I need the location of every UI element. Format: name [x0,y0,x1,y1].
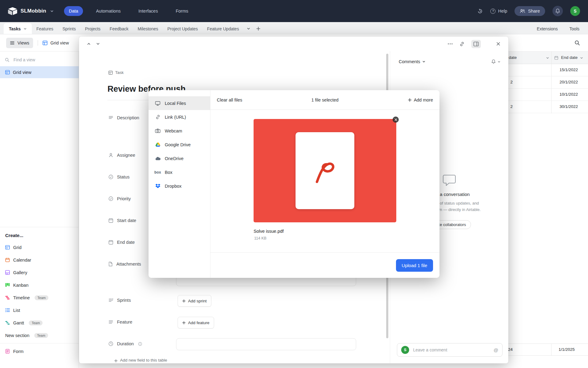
tab-feedback[interactable]: Feedback [105,23,133,34]
more-tables-chevron[interactable] [243,23,253,34]
field-status[interactable]: Status [108,174,130,179]
box-icon: box [155,170,161,174]
create-gantt[interactable]: Gantt Team [5,316,74,329]
create-new-section[interactable]: New section Team [5,329,74,342]
tab-feature-updates[interactable]: Feature Updates [202,23,243,34]
create-item-label: Gallery [13,270,27,275]
chevron-down-icon[interactable] [580,56,583,59]
comments-filter-dropdown[interactable]: Comments [399,59,425,64]
tab-tasks[interactable]: Tasks [4,23,32,34]
source-label: Box [165,170,172,175]
comment-input-box[interactable]: S @ [397,343,503,357]
extensions-link[interactable]: Extensions [537,26,558,31]
nav-automations[interactable]: Automations [91,6,126,16]
add-feature-button[interactable]: Add feature [178,317,214,328]
sidebar-item-grid-view[interactable]: Grid view [0,66,79,78]
person-icon [108,153,113,158]
tab-milestones[interactable]: Milestones [133,23,163,34]
tab-projects[interactable]: Projects [81,23,105,34]
notifications-button[interactable] [552,6,563,16]
remove-file-button[interactable] [393,117,399,123]
tab-project-updates[interactable]: Project Updates [163,23,202,34]
field-start-date[interactable]: Start date [108,218,136,223]
field-feature[interactable]: Feature [108,320,132,324]
create-form[interactable]: Form [5,345,74,358]
clear-all-files-button[interactable]: Clear all files [217,98,242,102]
views-toggle-button[interactable]: Views [6,38,33,48]
add-field-button[interactable]: Add new field to this table [114,358,167,363]
current-view-button[interactable]: Grid view [43,40,69,45]
column-header-date[interactable]: date [509,55,517,60]
source-dropbox[interactable]: Dropbox [149,179,210,193]
more-options-icon[interactable] [448,43,453,44]
chevron-down-icon [24,27,27,30]
field-attachments[interactable]: Attachments [108,262,141,266]
calendar-icon [108,218,113,223]
add-more-button[interactable]: Add more [408,98,433,102]
end-date-cell[interactable]: 15/1/2022 [560,67,578,72]
source-onedrive[interactable]: OneDrive [149,151,210,165]
nav-forms[interactable]: Forms [171,6,193,16]
tab-sprints[interactable]: Sprints [58,23,81,34]
plus-icon [256,27,260,31]
find-view-search[interactable] [5,57,74,63]
add-table-button[interactable] [253,23,263,34]
views-sidebar: Grid view Create... Grid Calendar Galler… [0,52,79,368]
team-badge: Team [35,295,48,300]
comments-notifications-dropdown[interactable] [491,59,500,64]
share-button[interactable]: Share [514,6,545,16]
tab-label: Project Updates [167,26,198,31]
end-date-cell[interactable]: 30/1/2022 [560,104,578,109]
create-grid[interactable]: Grid [5,241,74,254]
help-button[interactable]: ? Help [490,9,507,14]
end-date-cell[interactable]: 10/1/2022 [560,92,578,97]
nav-interfaces[interactable]: Interfaces [134,6,163,16]
tab-features[interactable]: Features [32,23,58,34]
cell-fragment: 2 [508,80,513,84]
duration-input[interactable] [176,338,356,350]
file-preview-card[interactable] [254,119,396,222]
column-header-end-date[interactable]: End date [561,55,578,60]
source-local-files[interactable]: Local Files [149,96,210,110]
create-gallery[interactable]: Gallery [5,266,74,279]
create-kanban[interactable]: Kanban [5,279,74,291]
history-icon[interactable] [477,8,483,14]
tools-link[interactable]: Tools [569,26,579,31]
field-sprints[interactable]: Sprints [108,298,131,303]
people-icon [520,9,525,13]
chevron-down-icon[interactable] [546,56,549,59]
field-assignee[interactable]: Assignee [108,153,135,158]
copy-record-link-icon[interactable] [459,41,465,47]
add-feature-label: Add feature [188,320,209,325]
end-date-cell[interactable]: 20/1/2022 [560,80,578,84]
search-icon[interactable] [575,40,582,46]
source-link-url[interactable]: Link (URL) [149,110,210,124]
create-calendar[interactable]: Calendar [5,254,74,266]
next-record-button[interactable] [96,42,100,46]
close-icon[interactable] [496,42,500,46]
source-google-drive[interactable]: Google Drive [149,138,210,151]
nav-data[interactable]: Data [64,6,83,16]
source-webcam[interactable]: Webcam [149,124,210,138]
end-date-cell[interactable]: 1/1/2025 [559,347,575,352]
find-view-input[interactable] [13,57,62,63]
create-timeline[interactable]: Timeline Team [5,291,74,304]
upload-button[interactable]: Upload 1 file [396,259,433,272]
user-avatar[interactable]: S [570,6,580,16]
previous-record-button[interactable] [87,42,91,46]
source-box[interactable]: box Box [149,165,210,179]
add-sprint-button[interactable]: Add sprint [178,295,211,307]
upload-dialog-header: Clear all files 1 file selected Add more [210,90,439,110]
create-item-label: List [13,308,20,313]
field-end-date[interactable]: End date [108,240,135,245]
toggle-comments-panel-icon[interactable] [471,40,481,48]
field-priority[interactable]: Priority [108,196,131,201]
mention-icon[interactable]: @ [494,347,498,353]
comment-input[interactable] [413,347,490,353]
field-description[interactable]: Description [108,115,139,120]
pdf-thumbnail [296,132,354,209]
view-item-label: Grid view [13,70,31,75]
create-list[interactable]: List [5,304,74,316]
field-duration[interactable]: Duration [108,341,142,346]
workspace-switcher[interactable]: SLMobbin [8,7,54,15]
